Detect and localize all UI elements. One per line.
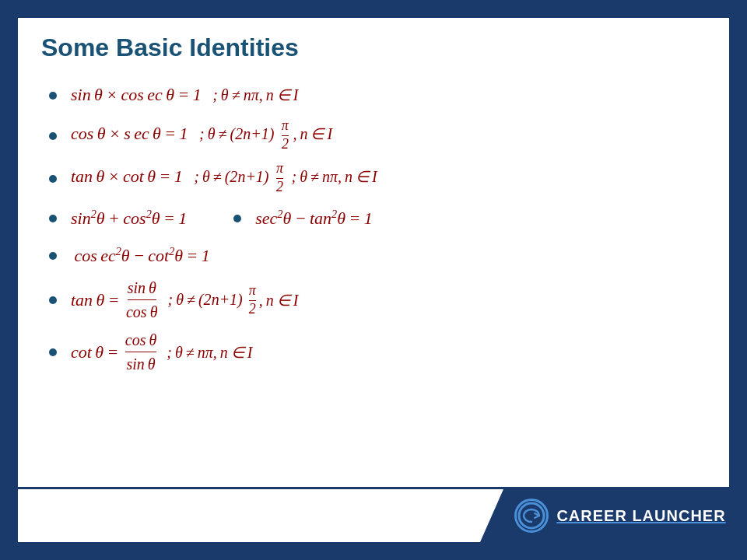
bullet-icon (49, 175, 57, 183)
formula-4a: sin2θ + cos2θ = 1 (71, 208, 187, 229)
formula-7: cot θ = cos θ sin θ ; θ ≠ nπ, n ∈ I (71, 330, 252, 374)
bullet-icon (49, 92, 57, 100)
formula-5: cos ec2θ − cot2θ = 1 (71, 245, 210, 266)
bullet-icon (49, 132, 57, 140)
bullet-icon (49, 252, 57, 260)
logo-icon (517, 502, 545, 530)
formula-4b: sec2θ − tan2θ = 1 (255, 208, 372, 229)
list-item: sin2θ + cos2θ = 1 (49, 203, 187, 233)
slide: Some Basic Identities sin θ × cos ec θ =… (16, 16, 731, 544)
list-item: cot θ = cos θ sin θ ; θ ≠ nπ, n ∈ I (49, 330, 706, 374)
bullet-icon (49, 215, 57, 222)
list-item: tan θ × cot θ = 1 ; θ ≠ (2n+1) π 2 ; θ ≠… (49, 160, 706, 195)
bullet-icon (49, 348, 57, 356)
formula-6: tan θ = sin θ cos θ ; θ ≠ (2n+1) π 2 , n… (71, 278, 298, 322)
formula-1: sin θ × cos ec θ = 1 ; θ ≠ nπ, n ∈ I (71, 85, 298, 105)
identities-list: sin θ × cos ec θ = 1 ; θ ≠ nπ, n ∈ I cos… (41, 80, 706, 374)
list-item: cos θ × s ec θ = 1 ; θ ≠ (2n+1) π 2 , n … (49, 117, 706, 152)
list-item: sin θ × cos ec θ = 1 ; θ ≠ nπ, n ∈ I (49, 80, 706, 110)
formula-3: tan θ × cot θ = 1 ; θ ≠ (2n+1) π 2 ; θ ≠… (71, 160, 377, 195)
list-item: cos ec2θ − cot2θ = 1 (49, 240, 706, 270)
list-item: tan θ = sin θ cos θ ; θ ≠ (2n+1) π 2 , n… (49, 278, 706, 322)
brand-name: CAREER LAUNCHER (556, 507, 725, 525)
bullet-icon (233, 215, 241, 222)
list-item: sec2θ − tan2θ = 1 (233, 203, 372, 233)
footer-brand-area: CAREER LAUNCHER (480, 489, 729, 542)
footer: CAREER LAUNCHER (18, 489, 729, 542)
slide-title: Some Basic Identities (41, 33, 706, 66)
career-launcher-logo (514, 499, 549, 533)
identity-row-4: sin2θ + cos2θ = 1 sec2θ − tan2θ = 1 (49, 203, 706, 233)
formula-2: cos θ × s ec θ = 1 ; θ ≠ (2n+1) π 2 , n … (71, 117, 332, 152)
bullet-icon (49, 296, 57, 304)
